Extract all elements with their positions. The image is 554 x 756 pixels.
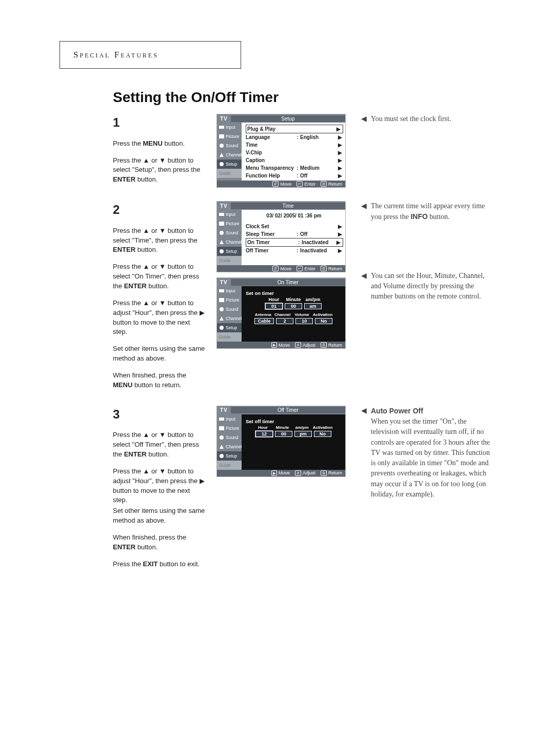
- step-number-2: 2: [113, 201, 205, 219]
- step3-instructions: 3 Press the ▲ or ▼ button to select "Off…: [113, 406, 205, 576]
- svg-point-6: [220, 231, 224, 235]
- step1-note: ◀You must set the clock first.: [361, 114, 494, 131]
- svg-point-7: [220, 249, 224, 253]
- svg-rect-1: [219, 134, 224, 138]
- osd-on-timer: TV On Timer Input Picture Sound Channel …: [216, 277, 346, 349]
- svg-rect-5: [219, 222, 224, 226]
- step2-notes: ◀ The current time will appear every tim…: [361, 201, 494, 309]
- osd-setup-menu: TV Setup Input Picture Sound Channel Set…: [216, 114, 346, 188]
- step2-osd-column: TV Time Input Picture Sound Channel Setu…: [216, 201, 350, 354]
- svg-rect-0: [219, 126, 224, 129]
- step1-instructions: 1 Press the MENU button. Press the ▲ or …: [113, 114, 205, 192]
- svg-rect-9: [219, 298, 224, 302]
- svg-point-2: [220, 144, 224, 148]
- sidebar-sound: Sound: [217, 141, 242, 150]
- svg-rect-8: [219, 289, 224, 292]
- svg-rect-12: [219, 417, 224, 421]
- svg-point-15: [220, 454, 224, 458]
- step2-instructions: 2 Press the ▲ or ▼ button to select "Tim…: [113, 201, 205, 397]
- section-header: Special Features: [60, 41, 241, 69]
- page-title: Setting the On/Off Timer: [113, 89, 503, 106]
- osd-off-timer: TV Off Timer Input Picture Sound Channel…: [216, 406, 346, 477]
- svg-point-11: [220, 326, 224, 330]
- svg-rect-4: [219, 213, 224, 216]
- sidebar-input: Input: [217, 123, 242, 132]
- move-icon: ⇵: [272, 181, 279, 187]
- svg-rect-13: [219, 426, 224, 430]
- step-number-1: 1: [113, 114, 205, 132]
- svg-point-3: [220, 162, 224, 166]
- sidebar-picture: Picture: [217, 132, 242, 141]
- svg-point-10: [220, 307, 224, 311]
- osd-main-setup: Plug & Play▶ Language:English▶ Time▶ V-C…: [242, 123, 345, 181]
- osd-tv-label: TV: [217, 116, 231, 122]
- svg-point-14: [220, 435, 224, 440]
- sidebar-setup: Setup: [217, 160, 242, 169]
- return-icon: ☰: [321, 181, 327, 187]
- sidebar-guide: Guide: [217, 169, 242, 178]
- enter-icon: ↵: [296, 181, 303, 187]
- step3-osd-column: TV Off Timer Input Picture Sound Channel…: [216, 406, 350, 482]
- osd-tab-title: Setup: [231, 115, 345, 122]
- note-arrow-icon: ◀: [361, 114, 367, 124]
- sidebar-channel: Channel: [217, 150, 242, 160]
- osd-sidebar: Input Picture Sound Channel Setup Guide: [217, 123, 242, 181]
- step3-note: ◀ Auto Power OffWhen you set the timer "…: [361, 406, 494, 507]
- osd-time-menu: TV Time Input Picture Sound Channel Setu…: [216, 201, 346, 272]
- step-number-3: 3: [113, 406, 205, 424]
